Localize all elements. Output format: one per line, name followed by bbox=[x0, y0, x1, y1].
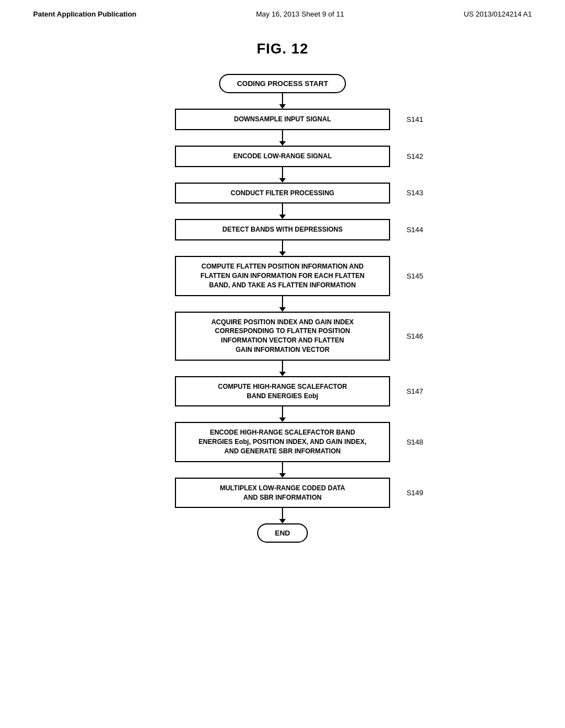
arrow-8 bbox=[279, 462, 286, 478]
box-end: END bbox=[257, 523, 307, 543]
step-label-s149: S149 bbox=[407, 489, 423, 497]
arrow-5 bbox=[279, 296, 286, 312]
step-label-s148: S148 bbox=[407, 438, 423, 446]
page-header: Patent Application Publication May 16, 2… bbox=[0, 0, 565, 18]
header-center: May 16, 2013 Sheet 9 of 11 bbox=[256, 10, 344, 18]
step-label-s146: S146 bbox=[407, 332, 423, 340]
arrow-9 bbox=[279, 508, 286, 523]
step-label-s143: S143 bbox=[407, 189, 423, 197]
step-s141: DOWNSAMPLE INPUT SIGNALS141 bbox=[175, 109, 390, 130]
box-s145: COMPUTE FLATTEN POSITION INFORMATION AND… bbox=[175, 256, 390, 296]
step-s147: COMPUTE HIGH-RANGE SCALEFACTORBAND ENERG… bbox=[175, 376, 390, 407]
step-s142: ENCODE LOW-RANGE SIGNALS142 bbox=[175, 146, 390, 167]
arrow-2 bbox=[279, 167, 286, 183]
header-left: Patent Application Publication bbox=[33, 10, 136, 18]
box-s144: DETECT BANDS WITH DEPRESSIONS bbox=[175, 219, 390, 240]
step-label-s141: S141 bbox=[407, 115, 423, 124]
arrow-6 bbox=[279, 361, 286, 376]
box-s146: ACQUIRE POSITION INDEX AND GAIN INDEXCOR… bbox=[175, 312, 390, 361]
arrow-7 bbox=[279, 406, 286, 422]
step-label-s147: S147 bbox=[407, 387, 423, 395]
step-label-s145: S145 bbox=[407, 272, 423, 280]
box-s141: DOWNSAMPLE INPUT SIGNAL bbox=[175, 109, 390, 130]
step-s149: MULTIPLEX LOW-RANGE CODED DATAAND SBR IN… bbox=[175, 478, 390, 508]
step-label-s144: S144 bbox=[407, 226, 423, 234]
figure-title: FIG. 12 bbox=[0, 40, 565, 57]
step-start: CODING PROCESS START bbox=[219, 74, 345, 93]
flowchart: CODING PROCESS STARTDOWNSAMPLE INPUT SIG… bbox=[0, 74, 565, 543]
box-start: CODING PROCESS START bbox=[219, 74, 345, 93]
step-s148: ENCODE HIGH-RANGE SCALEFACTOR BANDENERGI… bbox=[175, 422, 390, 462]
step-s145: COMPUTE FLATTEN POSITION INFORMATION AND… bbox=[175, 256, 390, 296]
step-s144: DETECT BANDS WITH DEPRESSIONSS144 bbox=[175, 219, 390, 240]
step-s143: CONDUCT FILTER PROCESSINGS143 bbox=[175, 183, 390, 204]
step-end: END bbox=[257, 523, 307, 543]
step-s146: ACQUIRE POSITION INDEX AND GAIN INDEXCOR… bbox=[175, 312, 390, 361]
box-s142: ENCODE LOW-RANGE SIGNAL bbox=[175, 146, 390, 167]
box-s149: MULTIPLEX LOW-RANGE CODED DATAAND SBR IN… bbox=[175, 478, 390, 508]
arrow-3 bbox=[279, 204, 286, 219]
box-s148: ENCODE HIGH-RANGE SCALEFACTOR BANDENERGI… bbox=[175, 422, 390, 462]
step-label-s142: S142 bbox=[407, 152, 423, 160]
header-right: US 2013/0124214 A1 bbox=[463, 10, 532, 18]
arrow-4 bbox=[279, 240, 286, 256]
arrow-0 bbox=[279, 93, 286, 109]
box-s143: CONDUCT FILTER PROCESSING bbox=[175, 183, 390, 204]
box-s147: COMPUTE HIGH-RANGE SCALEFACTORBAND ENERG… bbox=[175, 376, 390, 407]
arrow-1 bbox=[279, 130, 286, 146]
